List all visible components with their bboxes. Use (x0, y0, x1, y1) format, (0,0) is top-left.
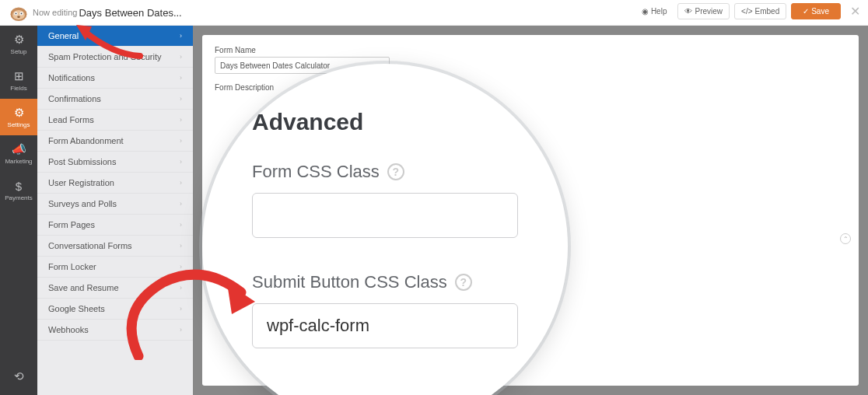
svg-point-6 (17, 16, 20, 18)
chevron-right-icon: › (180, 200, 182, 208)
sidebar-item-label: Confirmations (48, 94, 101, 103)
sidebar-item-lead-forms[interactable]: Lead Forms› (37, 110, 193, 131)
rail-item-marketing[interactable]: 📣Marketing (0, 135, 37, 172)
app-logo (8, 3, 30, 23)
sidebar-item-save-and-resume[interactable]: Save and Resume› (37, 278, 193, 299)
rail-item-settings[interactable]: ⚙Settings (0, 99, 37, 135)
marketing-icon: 📣 (12, 142, 26, 156)
submit-css-class-label: Submit Button CSS Class ? (252, 272, 518, 292)
chevron-right-icon: › (180, 179, 182, 187)
chevron-right-icon: › (180, 221, 182, 229)
revisions-icon: ⟲ (14, 369, 24, 383)
code-icon: </> (741, 7, 752, 16)
fields-icon: ⊞ (14, 69, 24, 83)
svg-point-5 (21, 12, 23, 14)
sidebar-item-label: Google Sheets (48, 304, 105, 313)
sidebar-item-label: Form Abandonment (48, 136, 124, 145)
save-button[interactable]: ✓Save (791, 3, 841, 19)
help-icon: ◉ (642, 7, 649, 16)
sidebar-item-form-locker[interactable]: Form Locker› (37, 257, 193, 278)
svg-point-1 (12, 10, 25, 19)
header-actions: ◉Help 👁Preview </>Embed ✓Save ✕ (635, 3, 860, 19)
chevron-right-icon: › (180, 53, 182, 61)
sidebar-item-notifications[interactable]: Notifications› (37, 68, 193, 89)
rail-item-setup[interactable]: ⚙Setup (0, 26, 37, 62)
sidebar-item-label: Spam Protection and Security (48, 52, 162, 61)
eye-icon: 👁 (684, 7, 692, 16)
now-editing-label: Now editing (33, 8, 77, 17)
help-tooltip-icon[interactable]: ? (387, 163, 404, 180)
sidebar-item-google-sheets[interactable]: Google Sheets› (37, 299, 193, 320)
left-rail: ⚙Setup⊞Fields⚙Settings📣Marketing$Payment… (0, 26, 37, 395)
chevron-right-icon: › (180, 95, 182, 103)
chevron-right-icon: › (180, 137, 182, 145)
form-css-class-label: Form CSS Class ? (252, 162, 518, 182)
embed-button[interactable]: </>Embed (734, 3, 786, 19)
sidebar-item-label: General (48, 31, 79, 40)
rail-item-revisions[interactable]: ⟲ (0, 358, 37, 395)
sidebar-item-label: Form Locker (48, 262, 96, 271)
help-button[interactable]: ◉Help (635, 4, 674, 19)
sidebar-item-conversational-forms[interactable]: Conversational Forms› (37, 236, 193, 257)
settings-icon: ⚙ (14, 106, 24, 120)
chevron-right-icon: › (180, 158, 182, 166)
sidebar-item-label: Form Pages (48, 220, 95, 229)
sidebar-item-label: Post Submissions (48, 157, 116, 166)
chevron-right-icon: › (180, 305, 182, 313)
chevron-up-icon[interactable]: ⌃ (840, 233, 851, 244)
chevron-right-icon: › (180, 326, 182, 334)
chevron-right-icon: › (180, 116, 182, 124)
sidebar-item-confirmations[interactable]: Confirmations› (37, 89, 193, 110)
close-icon[interactable]: ✕ (850, 4, 860, 19)
form-css-class-input[interactable] (252, 193, 518, 238)
setup-icon: ⚙ (14, 33, 24, 47)
rail-item-payments[interactable]: $Payments (0, 172, 37, 208)
chevron-right-icon: › (180, 284, 182, 292)
sidebar-item-label: Save and Resume (48, 283, 119, 292)
rail-item-label: Settings (8, 121, 30, 128)
rail-item-label: Setup (11, 48, 27, 55)
header-form-title[interactable]: Days Between Dates... (79, 7, 181, 19)
chevron-right-icon: › (180, 263, 182, 271)
sidebar-item-webhooks[interactable]: Webhooks› (37, 320, 193, 341)
sidebar-item-label: Webhooks (48, 325, 89, 334)
svg-point-4 (16, 12, 17, 14)
sidebar-item-form-pages[interactable]: Form Pages› (37, 215, 193, 236)
sidebar-item-label: Surveys and Polls (48, 199, 117, 208)
sidebar-item-label: Conversational Forms (48, 241, 132, 250)
chevron-right-icon: › (180, 74, 182, 82)
check-icon: ✓ (803, 7, 809, 16)
preview-button[interactable]: 👁Preview (677, 3, 730, 19)
sidebar-item-user-registration[interactable]: User Registration› (37, 173, 193, 194)
sidebar-item-label: Lead Forms (48, 115, 94, 124)
advanced-section-title: Advanced (252, 109, 518, 135)
rail-item-label: Fields (10, 85, 26, 92)
sidebar-item-surveys-and-polls[interactable]: Surveys and Polls› (37, 194, 193, 215)
rail-item-label: Marketing (5, 158, 32, 165)
rail-item-label: Payments (5, 194, 33, 201)
rail-item-fields[interactable]: ⊞Fields (0, 62, 37, 99)
chevron-right-icon: › (180, 32, 182, 40)
sidebar-item-general[interactable]: General› (37, 26, 193, 47)
form-name-label: Form Name (215, 46, 846, 54)
sidebar-item-label: User Registration (48, 178, 114, 187)
editor-header: Now editing Days Between Dates... ◉Help … (0, 0, 868, 26)
help-tooltip-icon[interactable]: ? (455, 274, 472, 291)
sidebar-item-post-submissions[interactable]: Post Submissions› (37, 152, 193, 173)
submit-css-class-input[interactable] (252, 303, 518, 348)
settings-sidebar: General›Spam Protection and Security›Not… (37, 26, 193, 395)
sidebar-item-label: Notifications (48, 73, 95, 82)
payments-icon: $ (16, 180, 22, 193)
sidebar-item-form-abandonment[interactable]: Form Abandonment› (37, 131, 193, 152)
sidebar-item-spam-protection-and-security[interactable]: Spam Protection and Security› (37, 47, 193, 68)
chevron-right-icon: › (180, 242, 182, 250)
